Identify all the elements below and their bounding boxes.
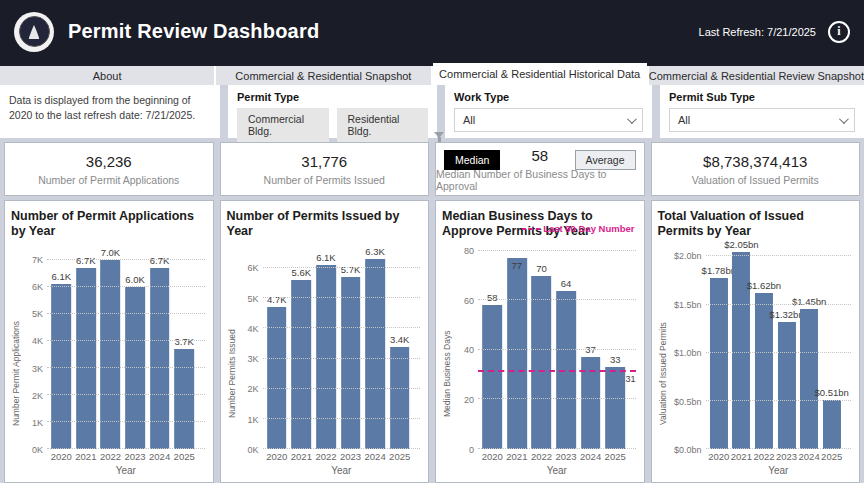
last-refresh-label: Last Refresh: 7/21/2025 xyxy=(699,26,816,38)
chart-bar-2025[interactable] xyxy=(823,400,841,449)
chart-bar-2023[interactable] xyxy=(125,287,145,449)
y-tick-label: 0K xyxy=(32,445,43,455)
bar-value-label: 58 xyxy=(487,292,498,303)
x-axis: 202020212022202320242025 xyxy=(49,451,197,465)
chart-bar-2024[interactable] xyxy=(365,259,385,449)
legend-label: Last 90 Day Number xyxy=(543,223,634,234)
gridline xyxy=(263,267,421,268)
info-icon[interactable]: i xyxy=(828,21,850,43)
chart-bar-2020[interactable] xyxy=(267,307,287,449)
y-tick-label: 3K xyxy=(247,354,258,364)
bar-value-label: 70 xyxy=(536,263,547,274)
tab-commercial-residential-historical-data[interactable]: Commercial & Residential Historical Data xyxy=(433,63,647,85)
gridline xyxy=(706,255,852,256)
chart-bar-2025[interactable] xyxy=(605,367,625,449)
y-tick-label: 6K xyxy=(247,263,258,273)
kpi-label: Number of Permits Issued xyxy=(264,174,385,186)
kpi-value: 58 xyxy=(531,147,548,164)
kpi-value: $8,738,374,413 xyxy=(703,153,807,170)
chevron-down-icon xyxy=(627,114,637,124)
x-axis-title: Year xyxy=(47,465,205,478)
plot-area: 6.1K 6.7K 7.0K 6.0K 6.7K 3.7K xyxy=(47,241,205,449)
work-type-dropdown[interactable]: All xyxy=(454,108,643,132)
x-tick-label: 2020 xyxy=(708,451,731,465)
bar-value-label: 6.1K xyxy=(316,252,336,263)
y-tick-label: 4K xyxy=(247,324,258,334)
y-axis: $0.0bn$0.5bn$1.0bn$1.5bn$2.0bn xyxy=(670,241,706,450)
permit-sub-type-value: All xyxy=(678,114,690,126)
gridline xyxy=(47,394,205,395)
chart-bar-2024[interactable] xyxy=(800,309,818,449)
chart-bar-2025[interactable] xyxy=(174,349,194,449)
permit-type-option-residential[interactable]: Residential Bldg. xyxy=(337,108,429,142)
bar-slot: 64 xyxy=(554,241,579,449)
y-tick-label: 3K xyxy=(32,364,43,374)
chart-title: Number of Permits Issued by Year xyxy=(227,209,421,241)
bar-slot: 70 xyxy=(529,241,554,449)
work-type-slicer: Work Type All xyxy=(445,85,652,138)
permit-sub-type-label: Permit Sub Type xyxy=(669,91,855,103)
chart-median-business-days-by-year: Median Business Days to Approve Permits … xyxy=(435,200,645,483)
gridline xyxy=(47,421,205,422)
bar-slot: 3.7K xyxy=(172,241,197,449)
y-tick-label: 20 xyxy=(464,395,474,405)
data-range-note-card: Data is displayed from the beginning of … xyxy=(0,85,220,138)
bar-slot: $0.51bn xyxy=(820,241,843,449)
x-tick-label: 2022 xyxy=(98,451,123,465)
kpi-value: 36,236 xyxy=(86,153,132,170)
bar-slot: 33 xyxy=(603,241,628,449)
y-tick-label: 80 xyxy=(464,246,474,256)
permit-sub-type-dropdown[interactable]: All xyxy=(669,108,855,132)
bar-value-label: 77 xyxy=(512,260,523,271)
y-tick-label: $1.5bn xyxy=(674,300,702,310)
y-tick-label: 1K xyxy=(247,415,258,425)
chart-valuation-by-year: Total Valuation of Issued Permits by Yea… xyxy=(651,200,861,483)
kpi-permit-applications: 36,236 Number of Permit Applications xyxy=(4,142,214,196)
chart-bar-2021[interactable] xyxy=(292,280,312,449)
y-tick-label: 2K xyxy=(247,384,258,394)
tab-commercial-residential-snapshot[interactable]: Commercial & Residential Snapshot xyxy=(216,66,430,85)
y-axis-title: Valuation of Issued Permits xyxy=(658,241,670,478)
gridline xyxy=(706,352,852,353)
data-range-note: Data is displayed from the beginning of … xyxy=(9,91,211,123)
x-tick-label: 2021 xyxy=(74,451,99,465)
gridline xyxy=(478,250,636,251)
chart-bar-2020[interactable] xyxy=(482,305,502,449)
gridline xyxy=(263,297,421,298)
x-tick-label: 2020 xyxy=(49,451,74,465)
kpi-valuation: $8,738,374,413 Valuation of Issued Permi… xyxy=(651,142,861,196)
gridline xyxy=(263,358,421,359)
x-axis-title: Year xyxy=(478,465,636,478)
x-tick-label: 2021 xyxy=(730,451,753,465)
x-tick-label: 2024 xyxy=(363,451,388,465)
x-tick-label: 2020 xyxy=(480,451,505,465)
x-tick-label: 2023 xyxy=(775,451,798,465)
bar-slot: 37 xyxy=(578,241,603,449)
gridline xyxy=(706,400,852,401)
x-axis: 202020212022202320242025 xyxy=(265,451,413,465)
filter-icon[interactable] xyxy=(434,132,444,138)
y-tick-label: 0 xyxy=(469,445,474,455)
chart-bar-2022[interactable] xyxy=(532,276,552,449)
filter-row: Data is displayed from the beginning of … xyxy=(0,85,864,138)
tab-about[interactable]: About xyxy=(0,66,214,85)
average-toggle-button[interactable]: Average xyxy=(575,150,636,170)
chart-bar-2025[interactable] xyxy=(390,347,410,449)
gridline xyxy=(47,448,205,449)
y-tick-label: 60 xyxy=(464,296,474,306)
tab-commercial-residential-review-snapshot[interactable]: Commercial & Residential Review Snapshot xyxy=(649,66,864,85)
x-tick-label: 2024 xyxy=(147,451,172,465)
chart-bar-2023[interactable] xyxy=(777,322,795,449)
bar-slot: 6.7K xyxy=(74,241,99,449)
bar-slot: 6.1K xyxy=(49,241,74,449)
kpi-label: Valuation of Issued Permits xyxy=(692,174,819,186)
bar-value-label: 33 xyxy=(610,354,621,365)
y-tick-label: 4K xyxy=(32,336,43,346)
median-toggle-button[interactable]: Median xyxy=(444,150,500,170)
chart-bar-2023[interactable] xyxy=(341,277,361,449)
gridline xyxy=(706,448,852,449)
chart-bar-2021[interactable] xyxy=(507,258,527,449)
kpi-label: Median Number of Business Days to Approv… xyxy=(436,168,644,192)
permit-type-option-commercial[interactable]: Commercial Bldg. xyxy=(237,108,329,142)
x-tick-label: 2025 xyxy=(603,451,628,465)
